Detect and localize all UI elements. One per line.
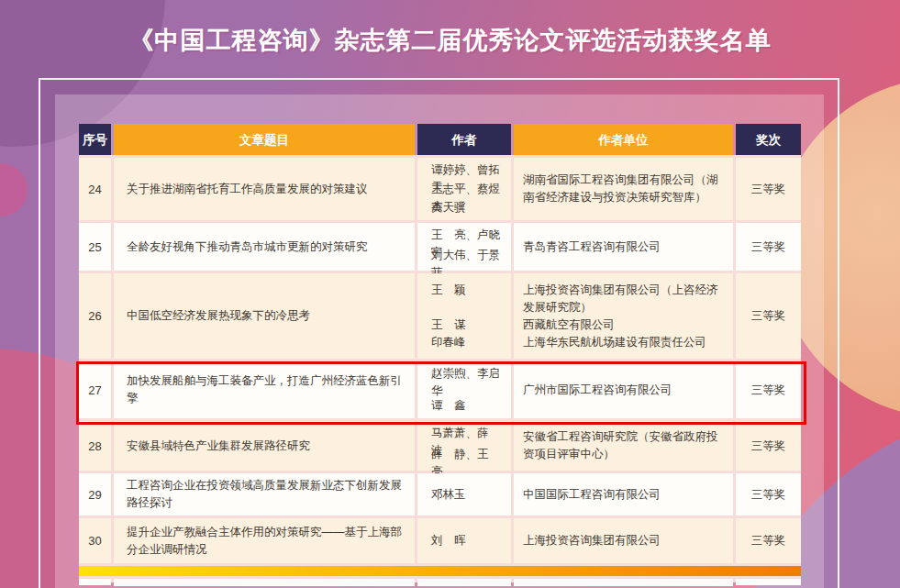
- affiliation: 上海投资咨询集团有限公司: [514, 518, 733, 563]
- article-title: 中国低空经济发展热现象下的冷思考: [114, 273, 415, 359]
- affiliation: 青岛青咨工程咨询有限公司: [514, 223, 733, 271]
- article-title: 工程咨询企业在投资领域高质量发展新业态下创新发展路径探讨: [114, 473, 415, 516]
- header-authors: 作者: [417, 124, 511, 155]
- header-index: 序号: [79, 124, 111, 155]
- award-level: 三等奖: [736, 473, 801, 516]
- row-index: 24: [79, 158, 111, 220]
- article-title: 安徽县域特色产业集群发展路径研究: [114, 421, 415, 471]
- authors: 邓林玉: [417, 473, 511, 516]
- authors: 刘 晖: [417, 518, 511, 563]
- row-index: 30: [79, 518, 111, 563]
- header-affiliation: 作者单位: [514, 124, 733, 155]
- affiliation: 湖南省国际工程咨询集团有限公司（湖南省经济建设与投资决策研究智库）: [514, 158, 733, 220]
- award-level: 三等奖: [736, 273, 801, 359]
- authors: 王 颖王 谋印春峰: [417, 273, 511, 359]
- award-level: 三等奖: [736, 223, 801, 271]
- table-row-partial: [79, 579, 801, 585]
- affiliation: 上海投资咨询集团有限公司（上咨经济发展研究院）西藏航空有限公司上海华东民航机场建…: [514, 273, 733, 359]
- row-index: 26: [79, 273, 111, 359]
- authors: 王 亮、卢晓宇刘大伟、于景菲: [417, 223, 511, 271]
- row-27-highlight-border: [76, 361, 806, 425]
- header-award: 奖次: [736, 124, 801, 155]
- row-index: 29: [79, 473, 111, 516]
- header-title: 文章题目: [114, 124, 415, 155]
- authors: 谭婷婷、曾拓天王志平、蔡煜杰黄天骥: [417, 158, 511, 220]
- award-level: 三等奖: [736, 518, 801, 563]
- award-list-page: { "page": { "title": "《中国工程咨询》杂志第二届优秀论文评…: [0, 0, 900, 588]
- table-row: 28 安徽县域特色产业集群发展路径研究 马萧萧、薛 波薛 静、王 亮 安徽省工程…: [79, 421, 801, 471]
- accent-circle-decoration: [0, 163, 28, 216]
- award-level: 三等奖: [736, 421, 801, 471]
- page-title: 《中国工程咨询》杂志第二届优秀论文评选活动获奖名单: [0, 24, 900, 57]
- table-row: 25 全龄友好视角下推动青岛市城市更新的对策研究 王 亮、卢晓宇刘大伟、于景菲 …: [79, 223, 801, 271]
- table-row: 30 提升企业产教融合主体作用的对策研究——基于上海部分企业调研情况 刘 晖 上…: [79, 518, 801, 563]
- article-title: 提升企业产教融合主体作用的对策研究——基于上海部分企业调研情况: [114, 518, 415, 563]
- award-level: 三等奖: [736, 158, 801, 220]
- row-index: 28: [79, 421, 111, 471]
- article-title: 关于推进湖南省托育工作高质量发展的对策建议: [114, 158, 415, 220]
- table-row: 26 中国低空经济发展热现象下的冷思考 王 颖王 谋印春峰 上海投资咨询集团有限…: [79, 273, 801, 359]
- footer-gradient-bar: [79, 566, 801, 576]
- table-header-row: 序号 文章题目 作者 作者单位 奖次: [79, 124, 801, 155]
- affiliation: 安徽省工程咨询研究院（安徽省政府投资项目评审中心）: [514, 421, 733, 471]
- row-index: 25: [79, 223, 111, 271]
- table-row: 29 工程咨询企业在投资领域高质量发展新业态下创新发展路径探讨 邓林玉 中国国际…: [79, 473, 801, 516]
- authors: 马萧萧、薛 波薛 静、王 亮: [417, 421, 511, 471]
- table-row: 24 关于推进湖南省托育工作高质量发展的对策建议 谭婷婷、曾拓天王志平、蔡煜杰黄…: [79, 158, 801, 220]
- article-title: 全龄友好视角下推动青岛市城市更新的对策研究: [114, 223, 415, 271]
- award-table: 序号 文章题目 作者 作者单位 奖次 24 关于推进湖南省托育工作高质量发展的对…: [79, 124, 801, 585]
- affiliation: 中国国际工程咨询有限公司: [514, 473, 733, 516]
